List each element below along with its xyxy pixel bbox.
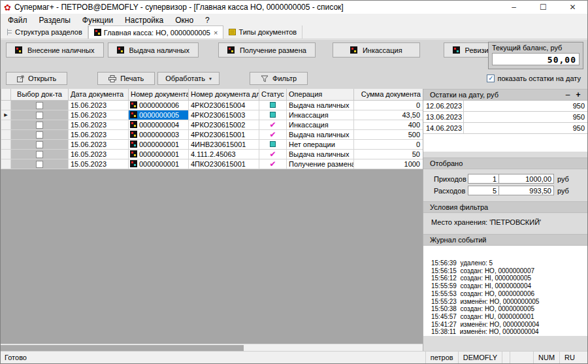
doc-icon [130,111,137,118]
menu-help[interactable]: ? [199,14,216,26]
menu-bar: Файл Разделы Функции Настройка Окно ? [1,14,587,26]
journal-entry: 15:50:38 создан: НО, 0000000005 [431,305,587,313]
folder-icon [229,29,236,35]
tree-icon [6,29,12,35]
doc-icon [130,101,137,108]
resize-grip[interactable] [580,352,587,363]
collection-button[interactable]: Инкассация [333,42,420,58]
checkbox-checked-icon[interactable]: ✓ [487,74,495,82]
doc-select-checkbox[interactable] [11,149,69,159]
status-empty-cell [502,352,510,363]
incomes-count: 1 [468,174,499,184]
doc-select-checkbox[interactable] [11,100,69,110]
balance-row[interactable]: 14.06.2023 950 [423,123,587,134]
window-title: Супермаг+ - ПЕТРОВ@DEMOFLY - супервизор … [14,3,344,12]
grid-empty-area [1,169,423,344]
status-database: DEMOFLY [458,352,502,363]
deposit-cash-button[interactable]: Внесение наличных [6,42,104,58]
current-balance-value: 50,00 [492,53,580,65]
table-row[interactable]: 15.06.2023 0000000006 4РКО230615004 Выда… [1,100,423,110]
open-button[interactable]: Открыть [6,72,67,85]
menu-file[interactable]: Файл [2,14,33,26]
col-status[interactable]: Статус [259,89,287,100]
balance-row[interactable]: 13.06.2023 950 [423,112,587,123]
tab-section-structure[interactable]: Структура разделов [1,25,88,39]
status-check-icon: ✔ [269,159,276,169]
journal-entry: 15:56:15 создан: НО, 0000000007 [431,267,587,275]
incomes-sum: 1000,00 [499,174,554,184]
title-bar: ✿ Супермаг+ - ПЕТРОВ@DEMOFLY - супервизо… [1,1,587,14]
status-language[interactable]: RU [559,352,580,363]
close-button[interactable]: ✕ [558,1,587,14]
status-user: петров [425,352,458,363]
expenses-row: Расходов 5 993,50 руб [434,186,587,195]
journal-entry: 15:56:39 удалено: 5 [431,259,587,267]
journal-entry: 15:56:12 создан: HI, 0000000005 [431,274,587,282]
scrollbar-thumb[interactable] [1,345,244,351]
process-dropdown-button[interactable]: Обработать ▾ [157,72,220,85]
filter-funnel-icon [261,75,269,82]
doc-select-checkbox[interactable] [11,120,69,129]
table-row[interactable]: 15.06.2023 0000000003 4РКО230615001 ✔ Вы… [1,129,423,139]
open-icon [17,75,24,82]
journal-entry: 15:38:11 изменён: НО, 0000000004 [431,328,587,336]
documents-grid-area: Выбор док-та Дата документа Номер докуме… [1,89,423,351]
receive-change-button[interactable]: Получение размена [218,42,316,58]
table-row[interactable]: 15.05.2023 0000000001 4ПКО230615001 ✔ По… [1,159,423,169]
tab-document-types[interactable]: Типы документов [223,25,302,39]
side-panel: Остатки на дату, руб – + 12.06.2023 950 … [423,89,587,351]
status-ready: Готово [1,354,27,361]
menu-window[interactable]: Окно [169,14,199,26]
filter-button[interactable]: Фильтр [250,72,308,85]
col-operation[interactable]: Операция [287,89,354,100]
document-tabs: Структура разделов Главная касса: НО, 00… [1,26,587,39]
col-date[interactable]: Дата документа [69,89,129,100]
print-button[interactable]: Печать [97,72,155,85]
tab-main-cash-desk[interactable]: Главная касса: НО, 0000000005 × [88,25,224,39]
selected-totals: Приходов 1 1000,00 руб Расходов 5 993,50… [423,169,587,201]
minimize-button[interactable]: – [499,1,529,14]
cash-document-icon [94,29,101,36]
journal-entry: 15:55:59 создан: HI, 0000000004 [431,282,587,290]
menu-sections[interactable]: Разделы [33,14,76,26]
horizontal-scrollbar[interactable] [1,344,423,351]
cash-document-icon [350,46,357,54]
filter-section-header: Условия фильтра [423,201,587,213]
status-square-icon [270,102,276,108]
balance-row[interactable]: 12.06.2023 950 [423,101,587,112]
doc-icon [130,121,137,128]
table-row[interactable]: 16.05.2023 0000000001 4.111.2.45063 ✔ Вы… [1,149,423,159]
doc-icon [130,160,137,167]
doc-select-checkbox[interactable] [11,159,69,169]
status-empty-cell [510,352,533,363]
table-row-selected[interactable]: ▶ 15.06.2023 0000000005 4РКО230615003 Ин… [1,110,423,120]
app-logo-icon: ✿ [4,3,11,12]
cash-document-icon [227,46,235,54]
app-window: ✿ Супермаг+ - ПЕТРОВ@DEMOFLY - супервизо… [0,0,588,364]
show-balances-checkbox[interactable]: ✓ показать остатки на дату [487,74,581,82]
expenses-count: 5 [468,186,499,195]
col-sum[interactable]: Сумма документа [354,89,423,100]
cash-document-icon [453,46,460,54]
doc-select-checkbox[interactable] [11,139,69,149]
status-square-icon [270,141,276,147]
table-header-row: Выбор док-та Дата документа Номер докуме… [1,89,423,100]
table-row[interactable]: 15.06.2023 0000000004 4РКО230615002 ✔ Ин… [1,120,423,129]
withdraw-cash-button[interactable]: Выдача наличных [108,42,199,58]
incomes-row: Приходов 1 1000,00 руб [434,174,587,184]
menu-settings[interactable]: Настройка [119,14,169,26]
tab-close-icon[interactable]: × [214,29,218,37]
menu-functions[interactable]: Функции [76,14,119,26]
col-number[interactable]: Номер документа [129,89,189,100]
maximize-button[interactable]: ☐ [529,1,558,14]
status-square-icon [270,112,276,118]
table-row[interactable]: 15.06.2023 0000000001 4ИНВ230615001 Нет … [1,139,423,149]
collapse-minus-button[interactable]: – [563,90,573,99]
documents-table: Выбор док-та Дата документа Номер докуме… [1,89,423,169]
doc-select-checkbox[interactable] [11,129,69,139]
col-select[interactable]: Выбор док-та [11,89,69,100]
col-print-number[interactable]: Номер документа для печати [189,89,259,100]
doc-select-checkbox[interactable] [11,110,69,120]
expand-plus-button[interactable]: + [573,90,583,99]
status-bar: Готово петров DEMOFLY NUM RU [1,351,587,363]
